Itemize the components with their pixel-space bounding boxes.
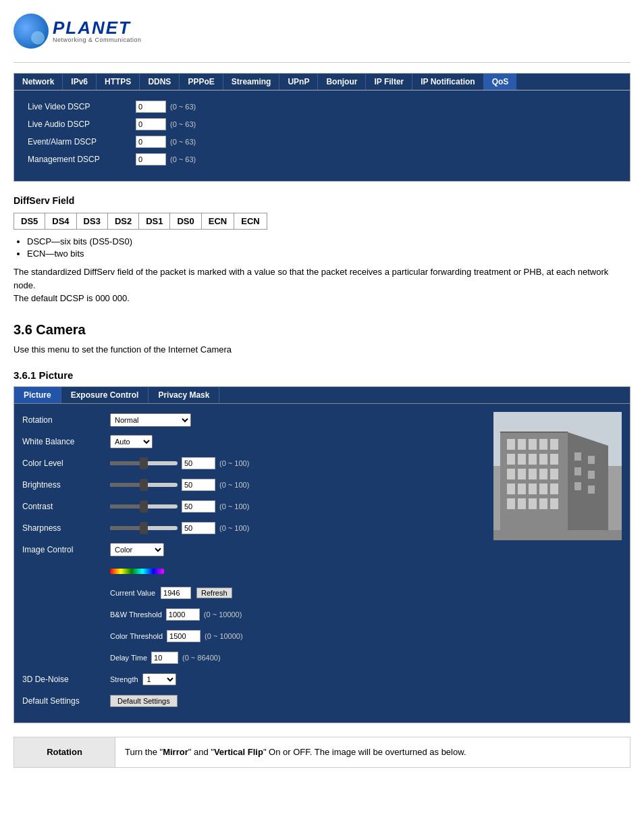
rotation-select[interactable]: Normal Mirror Vertical Flip 180°: [110, 413, 191, 427]
svg-rect-22: [550, 484, 558, 494]
qos-range-3: (0 ~ 63): [170, 155, 196, 163]
qos-input-0[interactable]: [136, 101, 166, 113]
svg-rect-26: [539, 498, 547, 509]
color-level-row: Color Level (0 ~ 100): [22, 455, 485, 471]
color-threshold-control: Color Threshold (0 ~ 10000): [110, 630, 485, 642]
diffserv-title: DiffServ Field: [14, 195, 630, 206]
delay-time-row: Delay Time (0 ~ 86400): [22, 650, 485, 666]
brightness-track[interactable]: [110, 483, 178, 487]
camera-tab-privacy[interactable]: Privacy Mask: [149, 387, 219, 403]
rotation-info-label: Rotation: [14, 737, 115, 768]
color-threshold-label: Color Threshold: [110, 632, 163, 640]
rotation-info-table: Rotation Turn the "Mirror" and "Vertical…: [14, 737, 630, 768]
refresh-button[interactable]: Refresh: [196, 588, 232, 598]
svg-rect-21: [539, 484, 547, 494]
qos-range-2: (0 ~ 63): [170, 138, 196, 146]
tab-ipv6[interactable]: IPv6: [63, 74, 97, 90]
tab-ip-filter[interactable]: IP Filter: [366, 74, 412, 90]
contrast-track[interactable]: [110, 504, 178, 509]
svg-rect-27: [550, 498, 558, 509]
default-settings-label: Default Settings: [22, 696, 110, 706]
diffserv-desc: The standardized DiffServ field of the p…: [14, 265, 630, 305]
bw-threshold-range: (0 ~ 10000): [204, 610, 242, 619]
ds0-cell: DS0: [170, 213, 201, 230]
qos-range-1: (0 ~ 63): [170, 120, 196, 128]
qos-row-3: Management DSCP (0 ~ 63): [28, 153, 616, 165]
brightness-input[interactable]: [182, 479, 215, 491]
image-control-select[interactable]: Color B&W Auto: [110, 543, 164, 556]
color-level-range: (0 ~ 100): [219, 459, 249, 467]
svg-rect-12: [550, 454, 558, 465]
nav-tabs: Network IPv6 HTTPS DDNS PPPoE Streaming …: [14, 74, 630, 90]
color-threshold-input[interactable]: [167, 630, 200, 642]
tab-ip-notification[interactable]: IP Notification: [412, 74, 483, 90]
svg-rect-24: [518, 498, 526, 509]
color-level-track[interactable]: [110, 461, 178, 465]
tab-https[interactable]: HTTPS: [97, 74, 140, 90]
qos-input-2[interactable]: [136, 136, 166, 148]
svg-rect-19: [518, 484, 526, 494]
qos-label-0: Live Video DSCP: [28, 102, 136, 111]
image-control-label: Image Control: [22, 545, 110, 554]
tab-ddns[interactable]: DDNS: [140, 74, 180, 90]
default-settings-button[interactable]: Default Settings: [110, 695, 178, 707]
svg-rect-29: [574, 452, 581, 461]
color-level-input[interactable]: [182, 457, 215, 469]
brightness-range: (0 ~ 100): [219, 481, 249, 489]
svg-rect-6: [539, 439, 547, 450]
denoise-label: 3D De-Noise: [22, 675, 110, 684]
bw-threshold-input[interactable]: [166, 608, 200, 621]
contrast-input[interactable]: [182, 500, 215, 513]
camera-body: Rotation Normal Mirror Vertical Flip 180…: [14, 404, 630, 723]
bw-threshold-control: B&W Threshold (0 ~ 10000): [110, 608, 485, 621]
ds5-cell: DS5: [14, 213, 45, 230]
tab-qos[interactable]: QoS: [484, 74, 517, 90]
svg-rect-33: [574, 482, 581, 490]
sharpness-range: (0 ~ 100): [219, 524, 249, 532]
color-bar: [110, 569, 164, 574]
rotation-control: Normal Mirror Vertical Flip 180°: [110, 413, 485, 427]
sharpness-track[interactable]: [110, 526, 178, 530]
image-control-select-area: Color B&W Auto: [110, 543, 485, 556]
svg-rect-25: [529, 498, 537, 509]
section-36: 3.6 Camera Use this menu to set the func…: [14, 322, 630, 357]
svg-rect-5: [529, 439, 537, 450]
diffserv-bullets: DSCP—six bits (DS5-DS0) ECN—two bits: [27, 236, 630, 259]
svg-rect-10: [529, 454, 537, 465]
denoise-select[interactable]: 1 2 3: [142, 673, 176, 685]
svg-rect-14: [518, 469, 526, 479]
svg-rect-23: [507, 498, 515, 509]
tab-bonjour[interactable]: Bonjour: [318, 74, 366, 90]
tab-upnp[interactable]: UPnP: [279, 74, 318, 90]
tab-streaming[interactable]: Streaming: [223, 74, 280, 90]
color-bar-row: [22, 563, 485, 579]
white-balance-row: White Balance Auto Manual: [22, 434, 485, 450]
color-level-control: (0 ~ 100): [110, 457, 485, 469]
qos-input-1[interactable]: [136, 118, 166, 130]
camera-tabs: Picture Exposure Control Privacy Mask: [14, 387, 630, 404]
sharpness-input[interactable]: [182, 522, 215, 534]
qos-input-3[interactable]: [136, 153, 166, 165]
camera-tab-picture[interactable]: Picture: [14, 387, 61, 403]
section-36-intro: Use this menu to set the function of the…: [14, 343, 630, 357]
white-balance-label: White Balance: [22, 437, 110, 446]
white-balance-control: Auto Manual: [110, 435, 485, 448]
svg-rect-3: [507, 439, 515, 450]
mirror-bold: Mirror: [163, 747, 188, 757]
svg-rect-11: [539, 454, 547, 465]
color-threshold-row: Color Threshold (0 ~ 10000): [22, 628, 485, 644]
diffserv-section: DiffServ Field DS5 DS4 DS3 DS2 DS1 DS0 E…: [14, 195, 630, 305]
delay-time-input[interactable]: [151, 652, 178, 664]
sharpness-label: Sharpness: [22, 523, 110, 533]
ds4-cell: DS4: [45, 213, 76, 230]
svg-rect-17: [550, 469, 558, 479]
qos-label-3: Management DSCP: [28, 155, 136, 164]
svg-rect-7: [550, 439, 558, 450]
camera-tab-exposure[interactable]: Exposure Control: [61, 387, 149, 403]
tab-network[interactable]: Network: [14, 74, 63, 90]
current-value-input[interactable]: [161, 587, 191, 599]
rotation-row: Rotation Normal Mirror Vertical Flip 180…: [22, 412, 485, 428]
white-balance-select[interactable]: Auto Manual: [110, 435, 153, 448]
tab-pppoe[interactable]: PPPoE: [180, 74, 223, 90]
rotation-label: Rotation: [22, 415, 110, 425]
